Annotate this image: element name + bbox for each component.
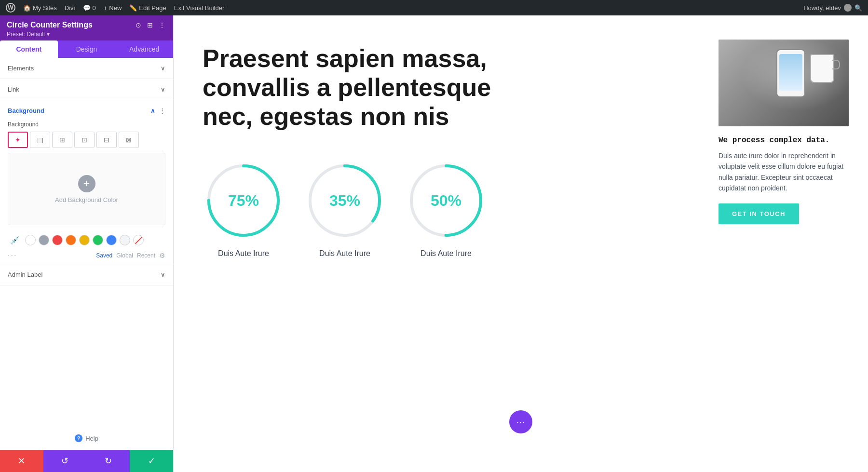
- link-chevron-icon: ∨: [161, 86, 165, 93]
- circle-wrapper-1: 75%: [203, 160, 285, 242]
- color-settings-button[interactable]: ⚙: [159, 252, 165, 259]
- color-tab-recent[interactable]: Recent: [137, 252, 159, 259]
- expand-icon-btn[interactable]: ⊞: [146, 20, 154, 30]
- edit-page-link[interactable]: ✏️ Edit Page: [129, 4, 166, 12]
- cancel-button[interactable]: ✕: [0, 450, 43, 472]
- color-tabs-row: ··· Saved Global Recent ⚙: [0, 250, 173, 264]
- sidebar-header: Circle Counter Settings ⊙ ⊞ ⋮ Preset: De…: [0, 15, 173, 40]
- add-background-color-area[interactable]: + Add Background Color: [8, 153, 165, 225]
- bg-type-mask[interactable]: ⊠: [119, 132, 139, 148]
- admin-label-chevron-icon: ∨: [161, 271, 165, 278]
- bg-type-pattern[interactable]: ⊟: [96, 132, 117, 148]
- elements-section-header[interactable]: Elements ∨: [0, 58, 173, 79]
- my-sites-link[interactable]: 🏠 My Sites: [23, 4, 57, 12]
- link-section: Link ∨: [0, 79, 173, 100]
- color-swatch-light[interactable]: [120, 235, 130, 245]
- right-body: Duis aute irure dolor in reprehenderit i…: [719, 150, 849, 194]
- bg-type-image[interactable]: ⊞: [52, 132, 72, 148]
- color-swatch-red[interactable]: [52, 235, 63, 245]
- eyedropper-button[interactable]: 💉: [8, 233, 22, 247]
- background-sublabel: Background: [0, 121, 173, 132]
- mug-illustration: [810, 54, 834, 83]
- color-swatch-yellow[interactable]: [79, 235, 90, 245]
- color-tab-saved[interactable]: Saved: [96, 252, 116, 259]
- sidebar-title: Circle Counter Settings: [7, 21, 93, 29]
- page-heading: Praesent sapien massa, convallis a pelle…: [203, 44, 540, 131]
- circle-wrapper-2: 35%: [304, 160, 386, 242]
- new-link[interactable]: + New: [104, 4, 122, 12]
- three-dots-button[interactable]: ···: [8, 251, 17, 260]
- add-color-plus-button[interactable]: +: [78, 175, 95, 192]
- content-area: Praesent sapien massa, convallis a pelle…: [174, 15, 868, 472]
- color-swatch-white[interactable]: [25, 235, 36, 245]
- color-tab-global[interactable]: Global: [116, 252, 137, 259]
- bg-type-video[interactable]: ⊡: [74, 132, 95, 148]
- tab-design[interactable]: Design: [58, 40, 116, 58]
- admin-label-section-header[interactable]: Admin Label ∨: [0, 264, 173, 285]
- main-layout: Circle Counter Settings ⊙ ⊞ ⋮ Preset: De…: [0, 15, 868, 472]
- redo-button[interactable]: ↻: [87, 450, 130, 472]
- search-icon[interactable]: 🔍: [854, 4, 862, 12]
- background-section: Background ∧ ⋮ Background ✦ ▤ ⊞ ⊡ ⊟ ⊠ + …: [0, 100, 173, 264]
- cta-button[interactable]: GET IN TOUCH: [719, 203, 799, 224]
- undo-button[interactable]: ↺: [43, 450, 87, 472]
- phone-screen: [779, 54, 802, 91]
- color-swatch-blue[interactable]: [106, 235, 117, 245]
- add-background-color-label: Add Background Color: [55, 196, 118, 203]
- settings-icon-btn[interactable]: ⊙: [135, 20, 142, 30]
- counter-item-2: 35% Duis Aute Irure: [304, 160, 386, 258]
- svg-text:W: W: [8, 4, 14, 11]
- more-icon-btn[interactable]: ⋮: [158, 20, 166, 30]
- mug-handle: [832, 60, 840, 69]
- sidebar-panel: Circle Counter Settings ⊙ ⊞ ⋮ Preset: De…: [0, 15, 174, 472]
- color-swatch-orange[interactable]: [66, 235, 76, 245]
- sidebar-tabs: Content Design Advanced: [0, 40, 173, 58]
- circle-wrapper-3: 50%: [405, 160, 487, 242]
- sidebar-footer: ✕ ↺ ↻ ✓: [0, 450, 173, 472]
- help-icon: ?: [75, 434, 82, 442]
- color-swatch-green[interactable]: [93, 235, 103, 245]
- counter-label-2: Duis Aute Irure: [319, 249, 370, 258]
- bg-type-color[interactable]: ✦: [8, 132, 28, 148]
- background-section-header[interactable]: Background ∧ ⋮: [0, 100, 173, 121]
- right-panel: We process complex data. Duis aute irure…: [719, 40, 849, 224]
- color-swatch-none[interactable]: [133, 235, 144, 245]
- wp-icon-link[interactable]: W: [6, 3, 15, 13]
- tab-advanced[interactable]: Advanced: [115, 40, 173, 58]
- circle-text-3: 50%: [431, 192, 461, 210]
- admin-label-section: Admin Label ∨: [0, 264, 173, 285]
- background-chevron-icon: ∧: [150, 107, 155, 114]
- comments-link[interactable]: 💬 0: [83, 4, 96, 12]
- color-swatch-gray[interactable]: [39, 235, 49, 245]
- help-section[interactable]: ? Help: [0, 427, 173, 450]
- counter-label-3: Duis Aute Irure: [420, 249, 472, 258]
- color-picker-row: 💉: [0, 231, 173, 250]
- bg-type-gradient[interactable]: ▤: [30, 132, 50, 148]
- right-image: [719, 40, 849, 126]
- admin-bar: W 🏠 My Sites Divi 💬 0 + New ✏️ Edit Page…: [0, 0, 868, 15]
- elements-chevron-icon: ∨: [161, 65, 165, 72]
- background-menu-icon[interactable]: ⋮: [159, 107, 165, 114]
- background-type-tabs: ✦ ▤ ⊞ ⊡ ⊟ ⊠: [0, 132, 173, 153]
- phone-illustration: [776, 49, 805, 97]
- howdy-section: Howdy, etdev 🔍: [803, 4, 862, 12]
- save-button[interactable]: ✓: [130, 450, 173, 472]
- elements-section: Elements ∨: [0, 58, 173, 79]
- floating-action-button[interactable]: ···: [509, 410, 532, 433]
- circle-text-1: 75%: [228, 192, 259, 210]
- sidebar-header-icons: ⊙ ⊞ ⋮: [135, 20, 166, 30]
- circle-text-2: 35%: [329, 192, 360, 210]
- exit-builder-link[interactable]: Exit Visual Builder: [174, 4, 225, 12]
- counter-item-1: 75% Duis Aute Irure: [203, 160, 285, 258]
- counter-label-1: Duis Aute Irure: [218, 249, 269, 258]
- link-section-header[interactable]: Link ∨: [0, 79, 173, 100]
- preset-row: Preset: Default ▾: [7, 31, 166, 38]
- avatar: [844, 4, 852, 12]
- counter-item-3: 50% Duis Aute Irure: [405, 160, 487, 258]
- tab-content[interactable]: Content: [0, 40, 58, 58]
- right-subtitle: We process complex data.: [719, 136, 849, 145]
- divi-link[interactable]: Divi: [65, 4, 75, 12]
